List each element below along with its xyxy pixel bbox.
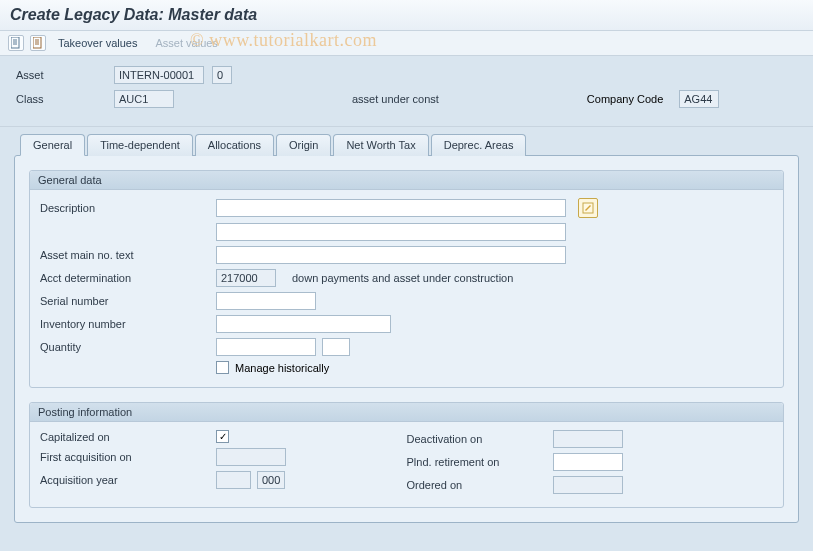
company-code-input[interactable] <box>679 90 719 108</box>
acct-determination-input[interactable] <box>216 269 276 287</box>
acquisition-period-input[interactable] <box>257 471 285 489</box>
tab-net-worth-tax[interactable]: Net Worth Tax <box>333 134 428 156</box>
acct-determination-label: Acct determination <box>40 272 210 284</box>
posting-info-group: Posting information Capitalized on ✓ Fir… <box>29 402 784 508</box>
asset-main-text-label: Asset main no. text <box>40 249 210 261</box>
general-data-header: General data <box>30 171 783 190</box>
serial-number-label: Serial number <box>40 295 210 307</box>
toolbar: Takeover values Asset values <box>0 31 813 56</box>
posting-info-header: Posting information <box>30 403 783 422</box>
acct-determination-desc: down payments and asset under constructi… <box>292 272 513 284</box>
asset-values-button: Asset values <box>150 35 224 51</box>
header-area: Asset Class asset under const Company Co… <box>0 56 813 127</box>
deactivation-on-input[interactable] <box>553 430 623 448</box>
inventory-number-label: Inventory number <box>40 318 210 330</box>
plnd-retirement-label: Plnd. retirement on <box>407 456 547 468</box>
asset-input[interactable] <box>114 66 204 84</box>
page-title: Create Legacy Data: Master data <box>10 6 803 24</box>
first-acquisition-input[interactable] <box>216 448 286 466</box>
general-data-group: General data Description Asset main no. … <box>29 170 784 388</box>
tab-strip: General Time-dependent Allocations Origi… <box>20 133 799 155</box>
quantity-label: Quantity <box>40 341 210 353</box>
title-bar: Create Legacy Data: Master data <box>0 0 813 31</box>
acquisition-year-input[interactable] <box>216 471 251 489</box>
capitalized-on-label: Capitalized on <box>40 431 210 443</box>
doc-icon-2[interactable] <box>30 35 46 51</box>
ordered-on-input[interactable] <box>553 476 623 494</box>
inventory-number-input[interactable] <box>216 315 391 333</box>
plnd-retirement-input[interactable] <box>553 453 623 471</box>
tab-deprec-areas[interactable]: Deprec. Areas <box>431 134 527 156</box>
serial-number-input[interactable] <box>216 292 316 310</box>
deactivation-on-label: Deactivation on <box>407 433 547 445</box>
description-label: Description <box>40 202 210 214</box>
asset-sub-input[interactable] <box>212 66 232 84</box>
tabs-container: General Time-dependent Allocations Origi… <box>0 127 813 537</box>
asset-main-text-input[interactable] <box>216 246 566 264</box>
tab-allocations[interactable]: Allocations <box>195 134 274 156</box>
class-input[interactable] <box>114 90 174 108</box>
ordered-on-label: Ordered on <box>407 479 547 491</box>
tab-general[interactable]: General <box>20 134 85 156</box>
manage-historically-label: Manage historically <box>235 362 329 374</box>
tab-time-dependent[interactable]: Time-dependent <box>87 134 193 156</box>
company-code-label: Company Code <box>587 93 663 105</box>
manage-historically-checkbox[interactable] <box>216 361 229 374</box>
acquisition-year-label: Acquisition year <box>40 474 210 486</box>
description-input[interactable] <box>216 199 566 217</box>
class-description: asset under const <box>352 93 439 105</box>
asset-label: Asset <box>16 69 106 81</box>
doc-icon-1[interactable] <box>8 35 24 51</box>
tab-origin[interactable]: Origin <box>276 134 331 156</box>
quantity-unit-input[interactable] <box>322 338 350 356</box>
tab-content: General data Description Asset main no. … <box>14 155 799 523</box>
description2-input[interactable] <box>216 223 566 241</box>
class-label: Class <box>16 93 106 105</box>
capitalized-required-icon: ✓ <box>216 430 229 443</box>
first-acquisition-label: First acquisition on <box>40 451 210 463</box>
long-text-icon[interactable] <box>578 198 598 218</box>
takeover-values-button[interactable]: Takeover values <box>52 35 144 51</box>
quantity-input[interactable] <box>216 338 316 356</box>
